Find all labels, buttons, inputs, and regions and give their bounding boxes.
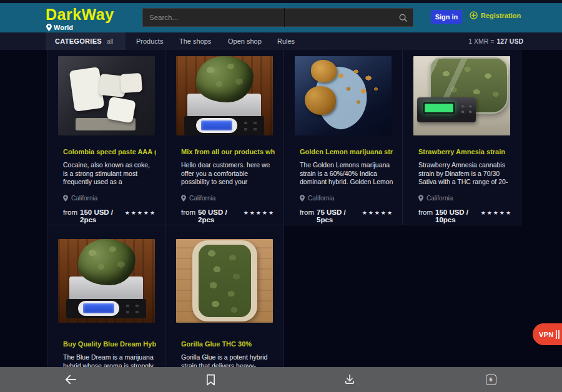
- location-pin-icon: [46, 24, 52, 31]
- product-location: California: [426, 195, 453, 202]
- nav-link-rules[interactable]: Rules: [277, 32, 295, 50]
- product-description: Strawberry Amnesia cannabis strain by Di…: [418, 161, 512, 187]
- location-pin-icon: [63, 195, 68, 202]
- tabs-button[interactable]: 6: [483, 372, 498, 387]
- photo-shape: [305, 86, 336, 115]
- product-price: from 150 USD / 10pcs ★★★★★: [418, 208, 512, 223]
- photo-shape: [241, 119, 260, 132]
- registration-link[interactable]: Registration: [470, 11, 521, 19]
- product-card[interactable]: Golden Lemon marijuana strain The Golden…: [284, 50, 403, 225]
- rating-stars: ★★★★★: [125, 210, 156, 216]
- product-description: Hello dear customers. here we offer you …: [181, 161, 275, 187]
- product-photo: [58, 239, 155, 323]
- product-location: California: [189, 195, 215, 202]
- location-selector[interactable]: World: [46, 24, 73, 31]
- price-prefix: from: [418, 208, 433, 216]
- vpn-label: VPN: [539, 331, 554, 338]
- bookmark-icon: [206, 374, 215, 386]
- product-title: Buy Quality Blue Dream Hybrid: [63, 340, 156, 348]
- location-pin-icon: [181, 195, 186, 202]
- nav-bar: CATEGORIES all Products The shops Open s…: [0, 32, 562, 50]
- price-prefix: from: [300, 208, 314, 216]
- product-card[interactable]: Mix from all our products what ... Hello…: [165, 50, 284, 225]
- nav-link-open-shop[interactable]: Open shop: [228, 32, 262, 50]
- download-button[interactable]: [342, 372, 357, 387]
- photo-shape: [199, 245, 251, 317]
- product-price: from 150 USD / 2pcs ★★★★★: [63, 208, 156, 223]
- product-description: Cocaine, also known as coke, is a strong…: [63, 161, 156, 187]
- site-logo[interactable]: DarkWay: [46, 6, 114, 24]
- price-value: 150 USD / 10pcs: [435, 208, 478, 223]
- product-card[interactable]: Gorilla Glue THC 30% Gorilla Glue is a p…: [165, 225, 284, 367]
- categories-menu[interactable]: CATEGORIES all: [46, 32, 126, 50]
- exchange-rate: 1 XMR = 127 USD: [468, 32, 523, 50]
- vpn-badge[interactable]: VPN: [533, 323, 562, 345]
- product-description: The Golden Lemons marijuana strain is a …: [300, 161, 393, 187]
- price-value: 150 USD / 2pcs: [80, 208, 122, 223]
- tab-count: 6: [490, 376, 493, 383]
- rating-stars: ★★★★★: [362, 210, 393, 216]
- photo-shape: [83, 303, 114, 313]
- search-input[interactable]: [143, 9, 284, 26]
- photo-shape: [333, 65, 383, 109]
- header-bar: DarkWay World Sign in Registration: [0, 3, 562, 32]
- photo-shape: [78, 239, 136, 285]
- rating-stars: ★★★★★: [481, 210, 512, 216]
- photo-shape: [123, 302, 142, 315]
- photo-shape: [423, 102, 455, 114]
- product-description: The Blue Dream is a marijuana hybrid who…: [63, 353, 156, 367]
- product-photo: [295, 56, 392, 135]
- back-button[interactable]: [63, 372, 78, 387]
- price-value: 50 USD / 2pcs: [198, 208, 240, 223]
- product-description: Gorilla Glue is a potent hybrid strain t…: [181, 353, 275, 367]
- product-photo: [176, 56, 273, 135]
- content-area: Colombia speed paste AAA grad... Cocaine…: [0, 50, 562, 367]
- rate-label: 1 XMR =: [468, 37, 494, 45]
- product-price: from 75 USD / 5pcs ★★★★★: [300, 208, 393, 223]
- product-location: California: [71, 195, 97, 202]
- rate-value: 127 USD: [496, 37, 523, 45]
- bookmark-button[interactable]: [203, 372, 218, 387]
- search-button-area[interactable]: [285, 9, 413, 26]
- location-pin-icon: [300, 195, 305, 202]
- sign-in-button[interactable]: Sign in: [431, 10, 462, 24]
- photo-shape: [106, 97, 136, 124]
- categories-label: CATEGORIES: [55, 37, 102, 45]
- product-photo: [176, 239, 273, 323]
- download-icon: [344, 374, 355, 385]
- product-card[interactable]: Colombia speed paste AAA grad... Cocaine…: [47, 50, 165, 225]
- nav-link-the-shops[interactable]: The shops: [179, 32, 211, 50]
- product-title: Gorilla Glue THC 30%: [181, 340, 275, 348]
- product-photo: [413, 56, 510, 135]
- search-icon: [398, 13, 408, 22]
- plus-circle-icon: [470, 11, 478, 19]
- photo-shape: [458, 104, 473, 117]
- vpn-signal-bars: [556, 330, 560, 339]
- location-label: World: [54, 24, 73, 31]
- product-title: Colombia speed paste AAA grad...: [63, 148, 156, 155]
- product-card[interactable]: Buy Quality Blue Dream Hybrid The Blue D…: [47, 225, 165, 367]
- product-location: California: [308, 195, 334, 202]
- browser-toolbar: 6: [0, 367, 562, 392]
- product-photo: [58, 56, 155, 135]
- nav-link-products[interactable]: Products: [136, 32, 163, 50]
- price-prefix: from: [181, 208, 195, 216]
- product-title: Golden Lemon marijuana strain: [300, 148, 393, 155]
- photo-shape: [119, 73, 142, 93]
- price-value: 75 USD / 5pcs: [317, 208, 359, 223]
- photo-shape: [196, 56, 254, 102]
- product-price: from 50 USD / 2pcs ★★★★★: [181, 208, 275, 223]
- categories-filter: all: [107, 37, 114, 45]
- product-title: Strawberry Amnesia strain: [418, 148, 512, 155]
- tab-counter-icon: 6: [486, 375, 496, 385]
- product-card[interactable]: Strawberry Amnesia strain Strawberry Amn…: [403, 50, 521, 225]
- location-pin-icon: [418, 195, 423, 202]
- search-bar: [142, 8, 413, 27]
- registration-label: Registration: [481, 12, 521, 19]
- photo-shape: [201, 120, 232, 130]
- rating-stars: ★★★★★: [244, 210, 275, 216]
- price-prefix: from: [63, 208, 77, 216]
- back-arrow-icon: [64, 374, 77, 385]
- product-title: Mix from all our products what ...: [181, 148, 275, 155]
